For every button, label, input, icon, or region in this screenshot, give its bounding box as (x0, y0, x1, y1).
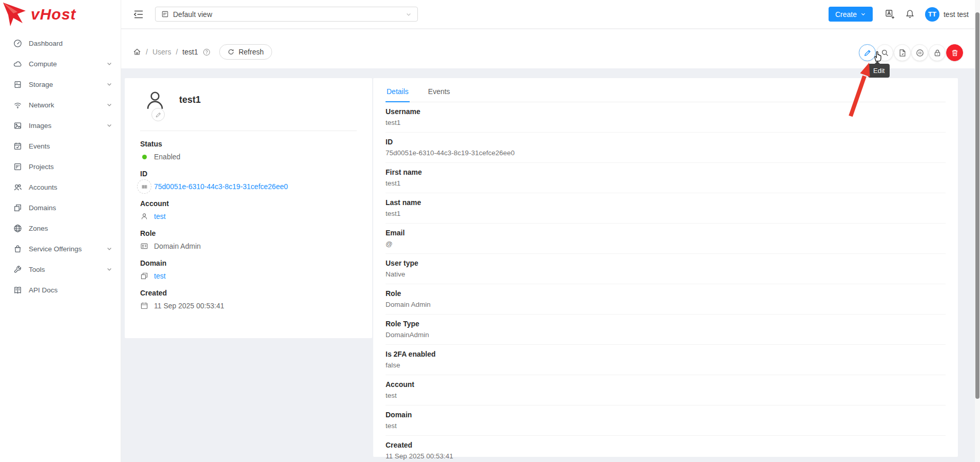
images-icon (13, 121, 22, 130)
file-protect-icon (898, 49, 907, 57)
menu-fold-icon[interactable] (133, 9, 144, 20)
cloud-icon (13, 60, 22, 68)
detail-row: Username test1 (386, 102, 946, 133)
divider (140, 131, 357, 131)
profile-fields: Status Enabled ID 75d0051e-6310-44c3-8c1… (140, 140, 357, 310)
sidebar: vHost Dashboard Compute Storage (0, 0, 121, 462)
sidebar-item-storage[interactable]: Storage (0, 74, 121, 95)
question-circle-icon[interactable] (203, 48, 210, 56)
home-icon[interactable] (133, 48, 141, 56)
breadcrumb: / Users / test1 Refresh (133, 44, 272, 60)
detail-row: Is 2FA enabled false (386, 345, 946, 375)
sidebar-item-service-offerings[interactable]: Service Offerings (0, 238, 121, 259)
action-lock-button[interactable] (929, 44, 946, 61)
sidebar-item-api-docs[interactable]: API Docs (0, 280, 121, 300)
sidebar-item-events[interactable]: Events (0, 136, 121, 156)
vhost-app: vHost Dashboard Compute Storage (0, 0, 980, 462)
profile-field-id: ID 75d0051e-6310-44c3-8c19-31cefce26ee0 (140, 170, 357, 191)
breadcrumb-users[interactable]: Users (152, 48, 171, 56)
profile-field-domain: Domain test (140, 259, 357, 280)
chevron-down-icon (106, 61, 112, 67)
storage-icon (13, 80, 22, 89)
breadcrumb-current: test1 (182, 48, 198, 56)
detail-row: ID 75d0051e-6310-44c3-8c19-31cefce26ee0 (386, 133, 946, 163)
detail-row: Created 11 Sep 2025 00:53:41 (386, 436, 946, 462)
chevron-down-icon (406, 11, 412, 17)
sidebar-item-domains[interactable]: Domains (0, 197, 121, 218)
profile-field-role: Role Domain Admin (140, 229, 357, 250)
refresh-icon (227, 48, 235, 56)
scrollbar-track[interactable] (975, 0, 980, 462)
tab-bar: Details Events (386, 85, 946, 102)
sidebar-item-zones[interactable]: Zones (0, 218, 121, 238)
detail-row: First name test1 (386, 163, 946, 193)
details-panel: Details Events Username test1 ID 75d0051… (373, 78, 958, 457)
detail-row: Last name test1 (386, 193, 946, 224)
lock-icon (933, 49, 941, 57)
scrollbar-thumb[interactable] (975, 12, 979, 399)
tab-details[interactable]: Details (386, 85, 410, 102)
action-file-protect-button[interactable] (894, 44, 911, 61)
detail-row: User type Native (386, 254, 946, 284)
chevron-down-icon (106, 266, 112, 272)
view-selector-value: Default view (173, 10, 212, 19)
user-avatar-icon (144, 89, 166, 111)
refresh-button[interactable]: Refresh (219, 44, 272, 60)
user-name[interactable]: test test (944, 10, 969, 19)
translate-icon[interactable] (885, 9, 895, 19)
sidebar-item-accounts[interactable]: Accounts (0, 177, 121, 197)
view-selector[interactable]: Default view (155, 7, 418, 22)
pencil-icon (155, 112, 162, 118)
profile-field-status: Status Enabled (140, 140, 357, 161)
chevron-down-icon (106, 102, 112, 108)
detail-row: Domain test (386, 405, 946, 436)
bell-icon[interactable] (905, 9, 915, 19)
edit-icon (863, 49, 872, 57)
profile-field-created: Created 11 Sep 2025 00:53:41 (140, 289, 357, 310)
sidebar-item-network[interactable]: Network (0, 95, 121, 115)
domains-icon (140, 272, 148, 280)
topbar: Default view Create TT test test (121, 0, 975, 29)
sidebar-item-tools[interactable]: Tools (0, 259, 121, 280)
apidocs-icon (13, 286, 22, 294)
subheader: / Users / test1 Refresh (121, 29, 975, 68)
user-icon (140, 212, 148, 220)
detail-row: Email @ (386, 224, 946, 254)
sidebar-item-projects[interactable]: Projects (0, 156, 121, 177)
action-delete-button[interactable] (946, 44, 963, 61)
profile-field-account: Account test (140, 199, 357, 220)
sidebar-item-compute[interactable]: Compute (0, 53, 121, 74)
detail-row: Role Type DomainAdmin (386, 315, 946, 345)
dashboard-icon (13, 39, 22, 48)
pause-circle-icon (916, 49, 924, 57)
domains-icon (13, 204, 22, 212)
vhost-logo-text: vHost (31, 6, 76, 23)
sidebar-item-images[interactable]: Images (0, 115, 121, 136)
zones-icon (13, 224, 22, 233)
project-view-icon (161, 10, 169, 18)
edit-tooltip: Edit (868, 64, 890, 78)
delete-icon (951, 49, 959, 57)
chevron-down-icon (106, 81, 112, 87)
offerings-icon (13, 245, 22, 253)
network-icon (13, 101, 22, 109)
chevron-down-icon (860, 11, 866, 17)
tab-events[interactable]: Events (427, 85, 451, 102)
calendar-icon (140, 302, 148, 310)
detail-row: Role Domain Admin (386, 284, 946, 315)
create-button[interactable]: Create (829, 7, 873, 22)
hand-cursor-icon (872, 50, 884, 62)
action-pause-circle-button[interactable] (911, 44, 928, 61)
detail-row: Account test (386, 375, 946, 405)
idcard-icon (140, 242, 148, 250)
avatar[interactable]: TT (925, 7, 939, 22)
sidebar-item-dashboard[interactable]: Dashboard (0, 33, 121, 53)
sidebar-menu: Dashboard Compute Storage Net (0, 29, 121, 300)
accounts-icon (13, 183, 22, 192)
projects-icon (13, 162, 22, 171)
tools-icon (13, 265, 22, 274)
topbar-right: Create TT test test (829, 7, 969, 22)
status-dot (140, 153, 148, 161)
vhost-logo[interactable]: vHost (0, 0, 121, 29)
user-profile-card: test1 Status Enabled ID (125, 78, 372, 338)
